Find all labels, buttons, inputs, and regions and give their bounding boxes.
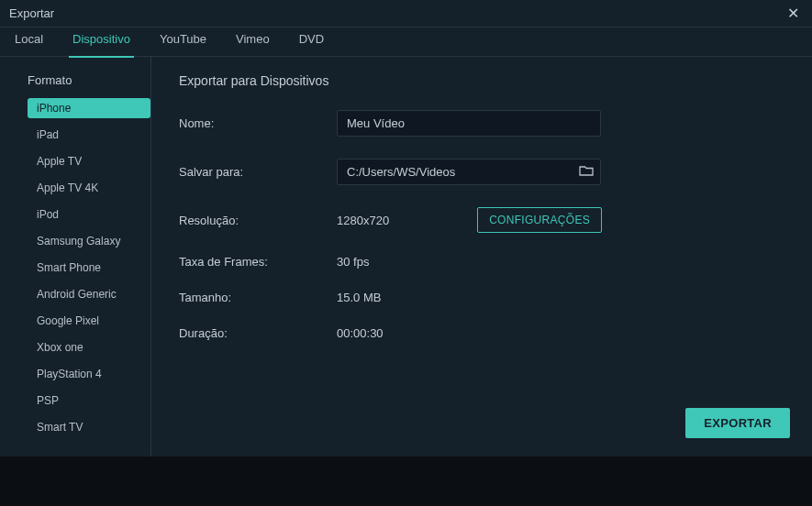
sidebar-item-apple-tv[interactable]: Apple TV xyxy=(28,151,150,171)
sidebar-item-google-pixel[interactable]: Google Pixel xyxy=(28,311,150,331)
resolution-row: Resolução: 1280x720 CONFIGURAÇÕES xyxy=(179,207,784,233)
framerate-label: Taxa de Frames: xyxy=(179,255,337,269)
duration-value: 00:00:30 xyxy=(337,326,384,340)
name-row: Nome: xyxy=(179,110,784,137)
sidebar: Formato iPhone iPad Apple TV Apple TV 4K… xyxy=(0,57,151,456)
size-row: Tamanho: 15.0 MB xyxy=(179,291,784,304)
save-row: Salvar para: xyxy=(179,159,784,185)
resolution-label: Resolução: xyxy=(179,214,337,227)
tab-vimeo[interactable]: Vimeo xyxy=(234,28,272,57)
sidebar-item-ipod[interactable]: iPod xyxy=(28,204,150,225)
sidebar-item-playstation-4[interactable]: PlayStation 4 xyxy=(28,364,150,384)
name-input[interactable] xyxy=(337,110,601,137)
size-label: Tamanho: xyxy=(179,291,337,304)
tab-youtube[interactable]: YouTube xyxy=(158,28,208,57)
name-label: Nome: xyxy=(179,116,337,130)
resolution-value: 1280x720 xyxy=(337,214,389,227)
tab-dispositivo[interactable]: Dispositivo xyxy=(71,28,132,57)
sidebar-item-smart-phone[interactable]: Smart Phone xyxy=(28,258,150,278)
export-window: Exportar ✕ Local Dispositivo YouTube Vim… xyxy=(0,0,812,456)
tab-local[interactable]: Local xyxy=(13,28,45,57)
save-path-input[interactable] xyxy=(337,159,601,185)
folder-icon[interactable] xyxy=(579,164,594,181)
sidebar-item-samsung-galaxy[interactable]: Samsung Galaxy xyxy=(28,231,150,251)
framerate-value: 30 fps xyxy=(337,255,369,269)
sidebar-heading: Formato xyxy=(28,73,150,87)
content-area: Formato iPhone iPad Apple TV Apple TV 4K… xyxy=(0,57,812,456)
tab-bar: Local Dispositivo YouTube Vimeo DVD xyxy=(0,28,812,57)
duration-label: Duração: xyxy=(179,326,337,340)
settings-button[interactable]: CONFIGURAÇÕES xyxy=(477,207,602,233)
sidebar-item-apple-tv-4k[interactable]: Apple TV 4K xyxy=(28,178,150,198)
sidebar-item-android-generic[interactable]: Android Generic xyxy=(28,284,150,304)
size-value: 15.0 MB xyxy=(337,291,381,304)
close-icon[interactable]: ✕ xyxy=(784,5,803,22)
sidebar-item-smart-tv[interactable]: Smart TV xyxy=(28,417,150,437)
main-panel: Exportar para Dispositivos Nome: Salvar … xyxy=(151,57,812,456)
export-button[interactable]: EXPORTAR xyxy=(685,408,790,438)
framerate-row: Taxa de Frames: 30 fps xyxy=(179,255,784,269)
window-title: Exportar xyxy=(9,6,54,20)
sidebar-item-xbox-one[interactable]: Xbox one xyxy=(28,337,150,358)
save-path-wrapper xyxy=(337,159,601,185)
section-title: Exportar para Dispositivos xyxy=(179,73,784,88)
save-label: Salvar para: xyxy=(179,165,337,179)
sidebar-item-psp[interactable]: PSP xyxy=(28,390,150,411)
titlebar: Exportar ✕ xyxy=(0,0,812,28)
tab-dvd[interactable]: DVD xyxy=(297,28,326,57)
duration-row: Duração: 00:00:30 xyxy=(179,326,784,340)
sidebar-item-ipad[interactable]: iPad xyxy=(28,125,150,145)
sidebar-item-iphone[interactable]: iPhone xyxy=(28,98,150,118)
